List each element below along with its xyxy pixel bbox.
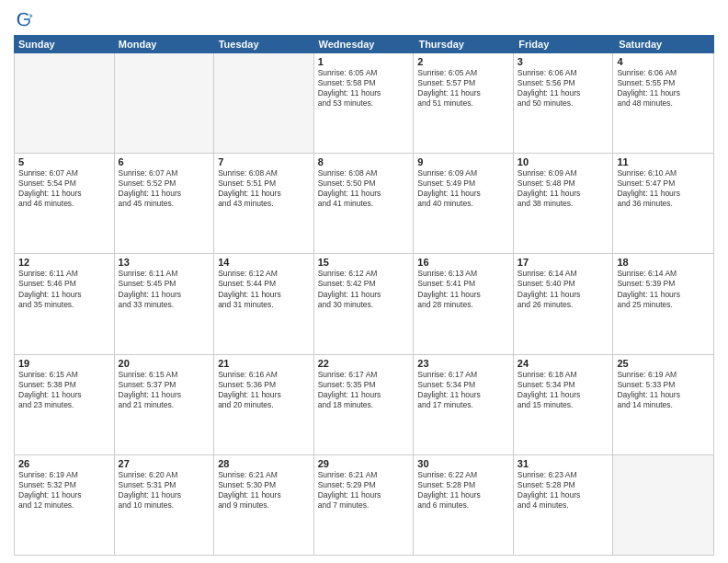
day-number: 10 [518, 156, 609, 167]
cell-info: Sunrise: 6:22 AMSunset: 5:28 PMDaylight:… [417, 470, 509, 511]
weekday-header: Saturday [614, 35, 714, 53]
calendar-cell: 30Sunrise: 6:22 AMSunset: 5:28 PMDayligh… [414, 455, 514, 555]
cell-info: Sunrise: 6:10 AMSunset: 5:47 PMDaylight:… [617, 168, 710, 209]
cell-info: Sunrise: 6:21 AMSunset: 5:30 PMDaylight:… [218, 470, 310, 511]
day-number: 31 [518, 458, 609, 469]
calendar-row: 5Sunrise: 6:07 AMSunset: 5:54 PMDaylight… [15, 154, 713, 254]
cell-info: Sunrise: 6:11 AMSunset: 5:46 PMDaylight:… [18, 269, 110, 309]
calendar-cell: 22Sunrise: 6:17 AMSunset: 5:35 PMDayligh… [314, 355, 415, 454]
cell-info: Sunrise: 6:17 AMSunset: 5:35 PMDaylight:… [318, 370, 410, 410]
day-number: 2 [417, 56, 509, 67]
calendar-cell: 12Sunrise: 6:11 AMSunset: 5:46 PMDayligh… [15, 254, 115, 353]
calendar-row: 12Sunrise: 6:11 AMSunset: 5:46 PMDayligh… [15, 254, 713, 354]
cell-info: Sunrise: 6:07 AMSunset: 5:52 PMDaylight:… [119, 168, 210, 209]
page-container: SundayMondayTuesdayWednesdayThursdayFrid… [0, 0, 728, 563]
calendar-cell: 3Sunrise: 6:06 AMSunset: 5:56 PMDaylight… [514, 53, 614, 153]
logo-icon [14, 9, 34, 29]
cell-info: Sunrise: 6:20 AMSunset: 5:31 PMDaylight:… [119, 470, 210, 511]
day-number: 7 [218, 156, 310, 167]
weekday-header: Friday [514, 35, 614, 53]
day-number: 18 [617, 257, 710, 268]
day-number: 3 [518, 56, 609, 67]
cell-info: Sunrise: 6:15 AMSunset: 5:38 PMDaylight:… [18, 370, 110, 410]
cell-info: Sunrise: 6:23 AMSunset: 5:28 PMDaylight:… [518, 470, 609, 511]
weekday-header: Sunday [14, 35, 114, 53]
calendar-row: 19Sunrise: 6:15 AMSunset: 5:38 PMDayligh… [15, 355, 713, 455]
cell-info: Sunrise: 6:17 AMSunset: 5:34 PMDaylight:… [417, 370, 509, 410]
calendar-cell: 28Sunrise: 6:21 AMSunset: 5:30 PMDayligh… [214, 455, 314, 555]
calendar-cell [115, 53, 215, 153]
day-number: 8 [318, 156, 410, 167]
cell-info: Sunrise: 6:07 AMSunset: 5:54 PMDaylight:… [18, 168, 110, 209]
cell-info: Sunrise: 6:06 AMSunset: 5:55 PMDaylight:… [617, 68, 710, 109]
day-number: 28 [218, 458, 310, 469]
day-number: 9 [417, 156, 509, 167]
cell-info: Sunrise: 6:15 AMSunset: 5:37 PMDaylight:… [119, 370, 210, 410]
weekday-header: Monday [114, 35, 214, 53]
calendar-cell: 17Sunrise: 6:14 AMSunset: 5:40 PMDayligh… [514, 254, 614, 353]
cell-info: Sunrise: 6:18 AMSunset: 5:34 PMDaylight:… [518, 370, 609, 410]
cell-info: Sunrise: 6:19 AMSunset: 5:33 PMDaylight:… [617, 370, 710, 410]
calendar-cell: 26Sunrise: 6:19 AMSunset: 5:32 PMDayligh… [15, 455, 115, 555]
calendar-cell [613, 455, 713, 555]
day-number: 14 [218, 257, 310, 268]
day-number: 5 [18, 156, 110, 167]
calendar-cell [15, 53, 115, 153]
weekday-header: Thursday [414, 35, 514, 53]
calendar-header: SundayMondayTuesdayWednesdayThursdayFrid… [14, 35, 714, 53]
day-number: 25 [617, 358, 710, 369]
calendar-cell [214, 53, 314, 153]
calendar-cell: 15Sunrise: 6:12 AMSunset: 5:42 PMDayligh… [314, 254, 415, 353]
day-number: 17 [518, 257, 609, 268]
calendar-cell: 8Sunrise: 6:08 AMSunset: 5:50 PMDaylight… [314, 154, 415, 253]
day-number: 27 [119, 458, 210, 469]
calendar-cell: 24Sunrise: 6:18 AMSunset: 5:34 PMDayligh… [514, 355, 614, 454]
calendar-cell: 29Sunrise: 6:21 AMSunset: 5:29 PMDayligh… [314, 455, 415, 555]
weekday-header: Tuesday [214, 35, 314, 53]
day-number: 12 [18, 257, 110, 268]
calendar-cell: 19Sunrise: 6:15 AMSunset: 5:38 PMDayligh… [15, 355, 115, 454]
cell-info: Sunrise: 6:11 AMSunset: 5:45 PMDaylight:… [119, 269, 210, 309]
calendar-row: 1Sunrise: 6:05 AMSunset: 5:58 PMDaylight… [15, 53, 713, 154]
day-number: 20 [119, 358, 210, 369]
cell-info: Sunrise: 6:09 AMSunset: 5:49 PMDaylight:… [417, 168, 509, 209]
day-number: 22 [318, 358, 410, 369]
day-number: 16 [417, 257, 509, 268]
cell-info: Sunrise: 6:14 AMSunset: 5:39 PMDaylight:… [617, 269, 710, 309]
day-number: 21 [218, 358, 310, 369]
calendar-row: 26Sunrise: 6:19 AMSunset: 5:32 PMDayligh… [15, 455, 713, 555]
calendar-cell: 6Sunrise: 6:07 AMSunset: 5:52 PMDaylight… [115, 154, 215, 253]
calendar-cell: 9Sunrise: 6:09 AMSunset: 5:49 PMDaylight… [414, 154, 514, 253]
day-number: 30 [417, 458, 509, 469]
calendar-cell: 10Sunrise: 6:09 AMSunset: 5:48 PMDayligh… [514, 154, 614, 253]
day-number: 6 [119, 156, 210, 167]
calendar-cell: 16Sunrise: 6:13 AMSunset: 5:41 PMDayligh… [414, 254, 514, 353]
day-number: 13 [119, 257, 210, 268]
calendar-cell: 21Sunrise: 6:16 AMSunset: 5:36 PMDayligh… [214, 355, 314, 454]
calendar-cell: 14Sunrise: 6:12 AMSunset: 5:44 PMDayligh… [214, 254, 314, 353]
day-number: 19 [18, 358, 110, 369]
day-number: 24 [518, 358, 609, 369]
cell-info: Sunrise: 6:05 AMSunset: 5:57 PMDaylight:… [417, 68, 509, 109]
day-number: 23 [417, 358, 509, 369]
calendar-cell: 4Sunrise: 6:06 AMSunset: 5:55 PMDaylight… [613, 53, 713, 153]
day-number: 4 [617, 56, 710, 67]
logo [14, 9, 36, 29]
cell-info: Sunrise: 6:12 AMSunset: 5:44 PMDaylight:… [218, 269, 310, 309]
cell-info: Sunrise: 6:05 AMSunset: 5:58 PMDaylight:… [318, 68, 410, 109]
calendar-cell: 23Sunrise: 6:17 AMSunset: 5:34 PMDayligh… [414, 355, 514, 454]
calendar-cell: 18Sunrise: 6:14 AMSunset: 5:39 PMDayligh… [613, 254, 713, 353]
cell-info: Sunrise: 6:09 AMSunset: 5:48 PMDaylight:… [518, 168, 609, 209]
calendar-cell: 5Sunrise: 6:07 AMSunset: 5:54 PMDaylight… [15, 154, 115, 253]
cell-info: Sunrise: 6:19 AMSunset: 5:32 PMDaylight:… [18, 470, 110, 511]
cell-info: Sunrise: 6:06 AMSunset: 5:56 PMDaylight:… [518, 68, 609, 109]
calendar-cell: 31Sunrise: 6:23 AMSunset: 5:28 PMDayligh… [514, 455, 614, 555]
weekday-header: Wednesday [314, 35, 415, 53]
calendar-cell: 13Sunrise: 6:11 AMSunset: 5:45 PMDayligh… [115, 254, 215, 353]
cell-info: Sunrise: 6:13 AMSunset: 5:41 PMDaylight:… [417, 269, 509, 309]
calendar-grid: 1Sunrise: 6:05 AMSunset: 5:58 PMDaylight… [14, 53, 714, 556]
calendar-cell: 7Sunrise: 6:08 AMSunset: 5:51 PMDaylight… [214, 154, 314, 253]
day-number: 11 [617, 156, 710, 167]
cell-info: Sunrise: 6:12 AMSunset: 5:42 PMDaylight:… [318, 269, 410, 309]
day-number: 29 [318, 458, 410, 469]
